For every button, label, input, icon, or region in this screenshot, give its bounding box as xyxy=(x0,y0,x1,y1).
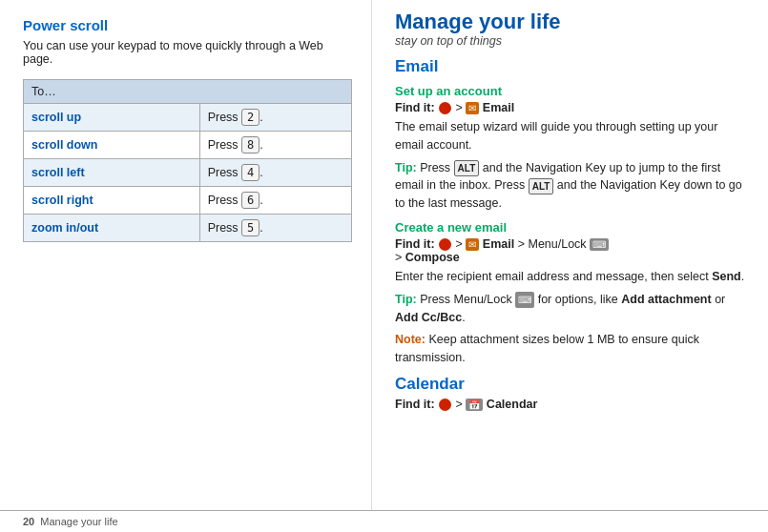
table-header: To… xyxy=(24,80,352,104)
table-press: Press 8. xyxy=(199,132,351,159)
tip-label-2: Tip: xyxy=(395,293,420,306)
home-icon-3 xyxy=(439,399,451,411)
left-column: Power scroll You can use your keypad to … xyxy=(0,0,372,510)
findit-label: Find it: xyxy=(395,101,438,114)
table-action: scroll left xyxy=(24,159,200,187)
table-press: Press 6. xyxy=(199,187,351,215)
setup-tip: Tip: Press ALT and the Navigation Key up… xyxy=(395,159,749,213)
page-number: 20 xyxy=(23,516,34,527)
findit-label-2: Find it: xyxy=(395,237,438,251)
table-action: scroll right xyxy=(24,187,200,215)
menulock-icon-2: ⌨ xyxy=(515,292,534,308)
table-press: Press 4. xyxy=(199,159,351,187)
note-label: Note: xyxy=(395,333,428,346)
calendar-findit: Find it: > 📅 Calendar xyxy=(395,398,749,411)
findit-label-3: Find it: xyxy=(395,398,438,411)
new-email-tip: Tip: Press Menu/Lock ⌨ for options, like… xyxy=(395,291,749,327)
tagline: stay on top of things xyxy=(395,34,749,48)
table-action: zoom in/out xyxy=(24,215,200,242)
table-action: scroll down xyxy=(24,132,200,159)
scroll-table: To… scroll upPress 2.scroll downPress 8.… xyxy=(23,79,352,242)
setup-body: The email setup wizard will guide you th… xyxy=(395,118,749,154)
footer-label: Manage your life xyxy=(40,516,117,527)
setup-findit: Find it: > ✉ Email xyxy=(395,101,749,114)
new-email-note: Note: Keep attachment sizes below 1 MB t… xyxy=(395,331,749,367)
footer: 20 Manage your life xyxy=(0,510,768,532)
new-email-heading: Create a new email xyxy=(395,220,749,235)
calendar-icon: 📅 xyxy=(466,399,483,411)
page-title: Manage your life xyxy=(395,10,749,34)
right-column: Manage your life stay on top of things E… xyxy=(372,0,768,510)
alt-key-1: ALT xyxy=(454,160,480,176)
setup-heading: Set up an account xyxy=(395,84,749,98)
left-intro: You can use your keypad to move quickly … xyxy=(23,39,352,66)
home-icon xyxy=(439,102,451,114)
table-action: scroll up xyxy=(24,104,200,132)
table-press: Press 2. xyxy=(199,104,351,132)
home-icon-2 xyxy=(439,238,451,251)
new-email-findit: Find it: > ✉ Email > Menu/Lock ⌨> Compos… xyxy=(395,237,749,264)
left-title: Power scroll xyxy=(23,17,352,33)
alt-key-2: ALT xyxy=(529,178,554,194)
tip-label-1: Tip: xyxy=(395,161,420,174)
email-icon: ✉ xyxy=(466,102,479,114)
table-press: Press 5. xyxy=(199,215,351,242)
email-section-heading: Email xyxy=(395,57,749,76)
new-email-body: Enter the recipient email address and me… xyxy=(395,268,749,286)
calendar-section-heading: Calendar xyxy=(395,375,749,394)
menulock-icon: ⌨ xyxy=(590,238,609,251)
email-icon-2: ✉ xyxy=(466,238,479,251)
